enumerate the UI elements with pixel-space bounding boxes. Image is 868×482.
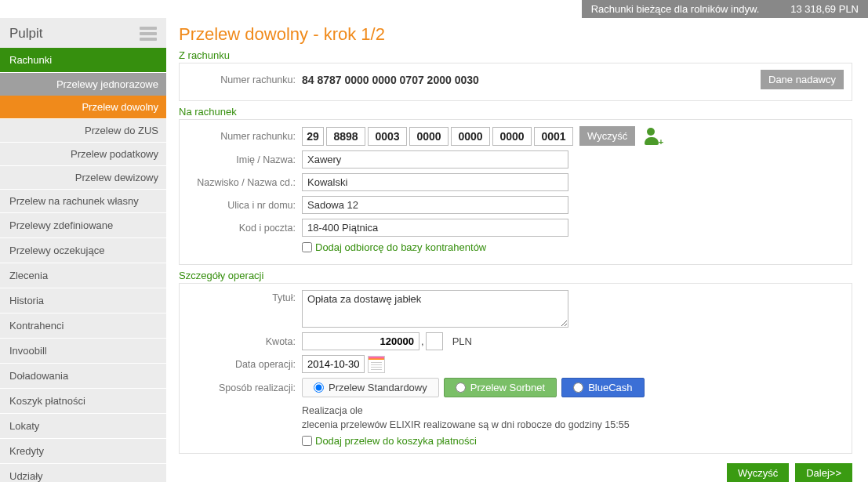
amount-label: Kwota:: [184, 336, 302, 347]
to-street-input[interactable]: [302, 196, 568, 214]
page-title: Przelew dowolny - krok 1/2: [179, 24, 852, 45]
account-balance: 13 318,69 PLN: [790, 3, 859, 15]
method-standard[interactable]: Przelew Standardowy: [302, 378, 439, 397]
amount-input[interactable]: [302, 332, 419, 350]
nrb-seg-4[interactable]: [451, 127, 490, 146]
clear-nrb-button[interactable]: Wyczyść: [579, 126, 635, 146]
to-surname-input[interactable]: [302, 173, 568, 191]
section-from-label: Z rachunku: [179, 49, 852, 61]
to-nrb-label: Numer rachunku:: [184, 131, 302, 142]
sidebar-item-kredyty[interactable]: Kredyty: [0, 439, 166, 464]
to-name-label: Imię / Nazwa:: [184, 154, 302, 165]
nrb-seg-0[interactable]: [302, 127, 324, 146]
sidebar-item-oczekujace[interactable]: Przelewy oczekujące: [0, 238, 166, 263]
add-basket-label: Dodaj przelew do koszyka płatności: [315, 435, 477, 447]
next-button[interactable]: Dalej>>: [795, 463, 852, 482]
sidebar-item-koszyk[interactable]: Koszyk płatności: [0, 389, 166, 414]
method-standard-radio[interactable]: [314, 382, 324, 393]
title-input[interactable]: [302, 290, 568, 328]
add-contact-label: Dodaj odbiorcę do bazy kontrahentów: [315, 241, 486, 253]
from-account-label: Numer rachunku:: [184, 74, 302, 85]
amount-dec-input[interactable]: [426, 332, 443, 350]
sidebar-sub-przelew-podatkowy[interactable]: Przelew podatkowy: [0, 143, 166, 166]
nrb-seg-3[interactable]: [409, 127, 449, 146]
method-hint-2: zlecenia przelewów ELIXIR realizowane są…: [302, 416, 630, 430]
sidebar-sub-przelew-dewizowy[interactable]: Przelew dewizowy: [0, 166, 166, 190]
sidebar-item-doladowania[interactable]: Doładowania: [0, 364, 166, 389]
sidebar-item-rachunki[interactable]: Rachunki: [0, 48, 166, 73]
nrb-seg-6[interactable]: [534, 127, 573, 146]
calendar-icon[interactable]: [368, 356, 385, 373]
nrb-seg-5[interactable]: [492, 127, 532, 146]
account-strip: Rachunki bieżące dla rolników indyw. 13 …: [582, 0, 868, 18]
to-surname-label: Nazwisko / Nazwa cd.:: [184, 177, 302, 188]
sidebar-item-invoobill[interactable]: Invoobill: [0, 339, 166, 364]
add-basket-checkbox[interactable]: [302, 436, 312, 446]
to-post-input[interactable]: [302, 219, 568, 237]
contact-picker-icon[interactable]: +: [643, 128, 660, 145]
method-bluecash[interactable]: BlueCash: [561, 378, 644, 397]
sidebar-sub-przelew-dowolny[interactable]: Przelew dowolny: [0, 96, 166, 119]
method-label: Sposób realizacji:: [184, 382, 302, 393]
currency-label: PLN: [452, 335, 472, 347]
sidebar-sub-przelewy-jednorazowe[interactable]: Przelewy jednorazowe: [0, 73, 166, 96]
sidebar-item-lokaty[interactable]: Lokaty: [0, 414, 166, 439]
sidebar-sub-przelew-zus[interactable]: Przelew do ZUS: [0, 119, 166, 143]
section-details-label: Szczegóły operacji: [179, 270, 852, 281]
sidebar: Pulpit Rachunki Przelewy jednorazowe Prz…: [0, 18, 166, 482]
from-account-value: 84 8787 0000 0000 0707 2000 0030: [302, 74, 479, 86]
to-post-label: Kod i poczta:: [184, 223, 302, 234]
to-name-input[interactable]: [302, 150, 568, 169]
menu-icon[interactable]: [140, 27, 157, 41]
title-label: Tytuł:: [184, 290, 302, 303]
section-to-label: Na rachunek: [179, 106, 852, 118]
date-input[interactable]: [302, 355, 365, 373]
method-bluecash-radio[interactable]: [573, 382, 583, 393]
add-contact-checkbox[interactable]: [302, 242, 312, 252]
clear-form-button[interactable]: Wyczyść: [727, 463, 789, 482]
sidebar-item-historia[interactable]: Historia: [0, 288, 166, 313]
sidebar-item-zdefiniowane[interactable]: Przelewy zdefiniowane: [0, 213, 166, 238]
to-nrb-input: [302, 127, 573, 146]
sidebar-title: Pulpit: [9, 26, 43, 42]
sidebar-item-kontrahenci[interactable]: Kontrahenci: [0, 313, 166, 339]
method-sorbnet-radio[interactable]: [456, 382, 466, 393]
to-street-label: Ulica i nr domu:: [184, 200, 302, 211]
nrb-seg-1[interactable]: [326, 127, 365, 146]
nrb-seg-2[interactable]: [368, 127, 407, 146]
date-label: Data operacji:: [184, 359, 302, 370]
account-name: Rachunki bieżące dla rolników indyw.: [591, 3, 760, 15]
sidebar-item-udzialy[interactable]: Udziały: [0, 464, 166, 482]
method-sorbnet[interactable]: Przelew Sorbnet: [444, 378, 557, 397]
sidebar-item-zlecenia[interactable]: Zlecenia: [0, 263, 166, 288]
sidebar-sub-przelew-wlasny[interactable]: Przelew na rachunek własny: [0, 190, 166, 213]
method-hint-1: Realizacja ole: [302, 402, 630, 416]
sender-data-button[interactable]: Dane nadawcy: [761, 70, 844, 89]
